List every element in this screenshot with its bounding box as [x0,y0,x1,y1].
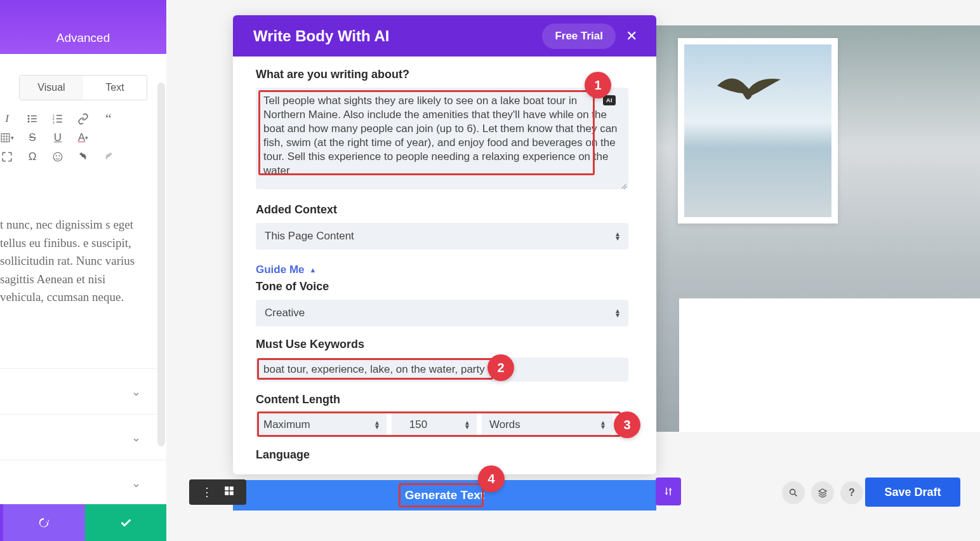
length-unit-value: Words [489,418,520,431]
collapsible-row-1[interactable]: ⌄ [0,368,166,414]
svg-rect-20 [225,486,228,490]
arrow-up-icon: ▲ [310,266,317,274]
svg-rect-5 [31,121,37,123]
search-round-button[interactable] [782,481,805,504]
chevron-down-icon: ⌄ [131,385,141,399]
tab-text[interactable]: Text [83,76,147,100]
svg-rect-3 [31,118,37,119]
grid-icon[interactable] [223,485,235,500]
sidebar-scrollbar[interactable] [157,83,165,446]
quote-icon[interactable]: “ [102,112,116,126]
select-arrows-icon: ▴▾ [616,232,619,241]
sidebar-bottom-strip [0,504,166,541]
resize-handle-icon[interactable] [618,180,627,189]
length-unit-select[interactable]: Words ▴▾ [482,413,612,437]
chevron-down-icon: ⌄ [131,431,141,444]
left-sidebar: Advanced Visual Text I 123 “ ▾ S U A▾ [0,0,166,541]
guide-me-label: Guide Me [256,264,305,276]
help-round-button[interactable]: ? [840,481,863,504]
svg-point-4 [28,121,30,123]
editor-tab-switcher: Visual Text [19,75,147,100]
callout-3: 3 [614,411,640,438]
free-trial-button[interactable]: Free Trial [542,23,616,49]
ai-badge-icon: AI [603,95,616,105]
omega-icon[interactable]: Ω [25,150,39,164]
confirm-button[interactable] [85,504,167,541]
footer-actions: ? [782,481,863,504]
svg-rect-22 [225,491,228,495]
preview-content-box [679,298,980,432]
select-arrows-icon: ▴▾ [601,420,605,429]
fullscreen-icon[interactable] [0,150,14,164]
table-icon[interactable]: ▾ [0,131,14,145]
language-label: Language [256,448,628,462]
tone-value: Creative [265,307,305,319]
select-arrows-icon: ▴▾ [375,420,379,429]
numbered-list-icon[interactable]: 123 [51,112,65,126]
chevron-down-icon: ⌄ [131,476,141,490]
length-number-input[interactable] [399,418,437,431]
svg-rect-12 [1,134,10,142]
tone-select[interactable]: Creative ▴▾ [256,300,628,326]
svg-point-0 [28,115,30,117]
generate-text-button[interactable]: Generate Text [233,480,656,511]
length-number-field[interactable]: ▴▾ [392,413,477,437]
context-select[interactable]: This Page Content ▴▾ [256,223,628,250]
length-mode-select[interactable]: Maximum ▴▾ [256,413,387,437]
modal-body: What are you writing about? AI Added Con… [233,57,656,474]
svg-point-17 [53,152,62,161]
tab-visual[interactable]: Visual [20,76,83,100]
length-label: Content Length [256,393,628,406]
svg-point-2 [28,118,30,120]
svg-point-18 [56,156,57,157]
svg-text:3: 3 [53,121,55,124]
emoji-icon[interactable] [51,150,65,164]
sort-button[interactable] [656,478,681,505]
preview-image-inset [678,38,838,224]
stepper-arrows-icon[interactable]: ▴▾ [465,420,469,429]
tab-advanced[interactable]: Advanced [0,0,166,54]
svg-rect-7 [56,115,62,116]
bullet-list-icon[interactable] [25,112,39,126]
refresh-button[interactable] [3,504,85,541]
callout-1: 1 [585,72,611,98]
tone-label: Tone of Voice [256,280,628,293]
redo-icon[interactable] [102,150,116,164]
guide-me-toggle[interactable]: Guide Me ▲ [256,264,316,276]
callout-4: 4 [478,465,505,492]
italic-icon[interactable]: I [0,112,14,126]
svg-rect-21 [229,486,233,490]
save-draft-button[interactable]: Save Draft [865,478,960,507]
length-mode-value: Maximum [263,418,310,431]
close-icon[interactable]: ✕ [623,25,640,47]
prompt-textarea[interactable] [256,88,628,189]
collapsible-group: ⌄ ⌄ ⌄ [0,368,166,505]
editor-section: Visual Text I 123 “ ▾ S U A▾ Ω [0,75,166,166]
svg-rect-23 [229,491,233,495]
prompt-label: What are you writing about? [256,68,628,81]
callout-2: 2 [487,354,514,381]
svg-rect-9 [56,118,62,119]
mini-toolbar: ⋮ [189,479,246,505]
collapsible-row-2[interactable]: ⌄ [0,414,166,460]
select-arrows-icon: ▴▾ [616,309,619,317]
more-vertical-icon[interactable]: ⋮ [201,485,213,499]
strikethrough-icon[interactable]: S [25,131,39,145]
svg-point-24 [790,490,795,495]
modal-title: Write Body With AI [253,27,542,45]
text-color-icon[interactable]: A▾ [76,131,90,145]
collapsible-row-3[interactable]: ⌄ [0,460,166,505]
undo-icon[interactable] [76,150,90,164]
body-preview-text: t nunc, nec dignissim s eget tellus eu f… [0,216,166,307]
modal-header: Write Body With AI Free Trial ✕ [233,15,656,57]
keywords-label: Must Use Keywords [256,338,628,351]
svg-point-19 [58,156,60,157]
context-label: Added Context [256,203,628,217]
layers-round-button[interactable] [811,481,834,504]
context-value: This Page Content [265,230,354,243]
underline-icon[interactable]: U [51,131,65,145]
keywords-input[interactable] [256,357,628,382]
bird-graphic [711,67,787,111]
link-icon[interactable] [76,112,90,126]
generate-text-label: Generate Text [405,488,484,502]
